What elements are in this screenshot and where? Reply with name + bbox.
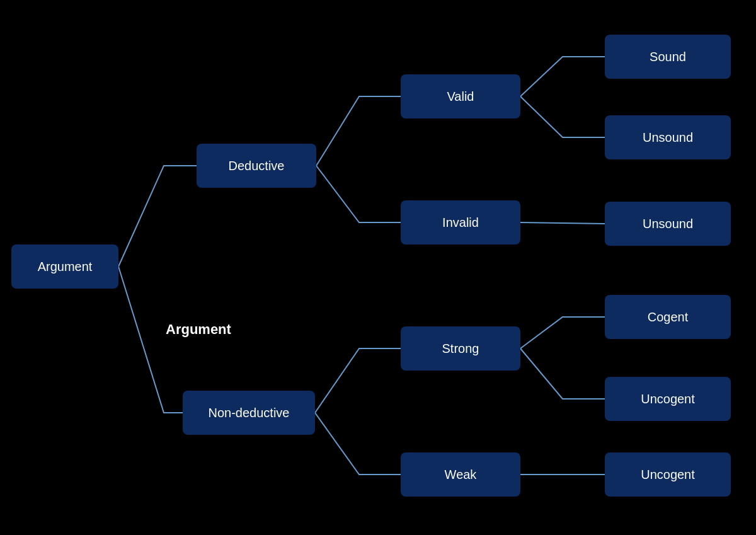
node-cogent: Cogent — [605, 295, 731, 339]
node-deductive: Deductive — [197, 144, 316, 188]
node-valid: Valid — [401, 74, 520, 118]
node-nondeductive: Non-deductive — [183, 391, 315, 435]
node-unsound2: Unsound — [605, 202, 731, 246]
node-weak: Weak — [401, 452, 520, 497]
node-uncogent2: Uncogent — [605, 452, 731, 497]
node-invalid: Invalid — [401, 200, 520, 244]
diagram: Argument Deductive Non-deductive Valid I… — [0, 0, 756, 535]
node-sound: Sound — [605, 35, 731, 79]
watermark-text: Argument — [166, 321, 231, 338]
node-strong: Strong — [401, 326, 520, 371]
node-uncogent1: Uncogent — [605, 377, 731, 421]
node-unsound1: Unsound — [605, 115, 731, 159]
node-argument: Argument — [11, 244, 118, 289]
svg-line-0 — [520, 222, 605, 224]
